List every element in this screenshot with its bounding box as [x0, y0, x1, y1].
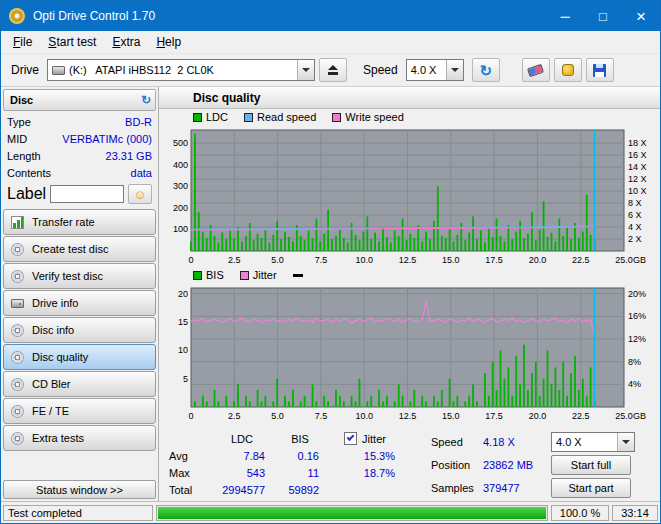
verify-test-disc-icon [11, 270, 24, 283]
fe-te-icon [11, 405, 24, 418]
svg-text:16%: 16% [628, 311, 646, 321]
close-button[interactable]: × [622, 1, 660, 31]
legend-label: LDC [206, 111, 228, 123]
chevron-down-icon[interactable] [617, 433, 634, 451]
refresh-button[interactable]: ↻ [472, 58, 500, 82]
close-icon: × [636, 8, 646, 25]
type-label: Type [7, 115, 31, 130]
rescan-disc-button[interactable]: ↻ [141, 93, 151, 107]
drive-select[interactable]: (K:) ATAPI iHBS112 2 CL0K [47, 59, 315, 81]
svg-text:15: 15 [178, 317, 188, 327]
max-ldc-value: 543 [211, 467, 273, 479]
legend-bis: BIS [193, 269, 224, 281]
legend-ldc: LDC [193, 111, 228, 123]
svg-text:8 X: 8 X [628, 198, 642, 208]
sidebar-item-cd-bler[interactable]: CD Bler [3, 371, 156, 397]
progress-percent: 100.0 % [551, 505, 609, 521]
sidebar-item-verify-test-disc[interactable]: Verify test disc [3, 263, 156, 289]
toolbar: Drive (K:) ATAPI iHBS112 2 CL0K Speed 4.… [1, 53, 660, 87]
sidebar-item-disc-quality[interactable]: Disc quality [3, 344, 156, 370]
length-value: 23.31 GB [106, 149, 152, 164]
svg-text:0: 0 [188, 411, 193, 421]
save-button[interactable] [586, 58, 614, 82]
sidebar-item-extra-tests[interactable]: Extra tests [3, 425, 156, 451]
legend-jitter: Jitter [240, 269, 277, 281]
scan-speed-label: Speed [431, 436, 483, 448]
maximize-button[interactable]: □ [584, 1, 622, 31]
sidebar-item-create-test-disc[interactable]: Create test disc [3, 236, 156, 262]
menu-file[interactable]: File [5, 35, 40, 49]
legend-bis-jitter: BISJitter [159, 267, 660, 283]
menu-extra[interactable]: Extra [104, 35, 148, 49]
content-area: Disc ↻ TypeBD-RMIDVERBATIMc (000)Length2… [1, 87, 660, 501]
svg-text:0: 0 [188, 255, 193, 265]
svg-text:2.5: 2.5 [228, 255, 241, 265]
check-icon [347, 433, 355, 441]
sidebar-item-label: Create test disc [32, 243, 108, 255]
sidebar-item-disc-info[interactable]: Disc info [3, 317, 156, 343]
svg-text:25.0: 25.0 [615, 411, 633, 421]
svg-text:15.0: 15.0 [442, 411, 460, 421]
erase-disc-button[interactable] [522, 58, 550, 82]
svg-text:18 X: 18 X [628, 138, 647, 148]
jitter-column-header: Jitter [327, 432, 403, 445]
speed-select[interactable]: 4.0 X [406, 59, 464, 81]
start-part-button[interactable]: Start part [551, 478, 631, 498]
samples-value: 379477 [483, 482, 551, 494]
type-value: BD-R [125, 115, 152, 130]
sidebar-item-fe-te[interactable]: FE / TE [3, 398, 156, 424]
svg-text:400: 400 [173, 160, 188, 170]
mid-value: VERBATIMc (000) [62, 132, 152, 147]
chevron-down-icon[interactable] [446, 60, 463, 80]
sidebar-item-transfer-rate[interactable]: Transfer rate [3, 209, 156, 235]
disc-quality-icon [11, 351, 24, 364]
menu-start-test[interactable]: Start test [40, 35, 104, 49]
sidebar-item-label: FE / TE [32, 405, 69, 417]
start-full-button[interactable]: Start full [551, 455, 631, 475]
scan-info: Speed 4.18 X 4.0 X Position 23862 MB Sta… [431, 430, 637, 501]
sidebar-item-drive-info[interactable]: Drive info [3, 290, 156, 316]
legend-ldc-speed: LDCRead speedWrite speed [159, 109, 660, 125]
quality-speed-select[interactable]: 4.0 X [551, 432, 635, 452]
svg-text:5.0: 5.0 [271, 255, 284, 265]
disc-panel-header: Disc ↻ [3, 89, 156, 111]
legend-label: Jitter [253, 269, 277, 281]
disc-info-fields: TypeBD-RMIDVERBATIMc (000)Length23.31 GB… [3, 114, 156, 182]
speed-label: Speed [363, 63, 398, 77]
svg-text:7.5: 7.5 [315, 255, 328, 265]
write-speed-swatch-icon [332, 113, 341, 122]
svg-text:17.5: 17.5 [485, 411, 503, 421]
sidebar-buttons: Transfer rateCreate test discVerify test… [3, 209, 156, 452]
eraser-icon [527, 63, 544, 76]
statusbar: Test completed 100.0 % 33:14 [1, 501, 660, 523]
svg-text:12.5: 12.5 [399, 255, 417, 265]
avg-ldc-value: 7.84 [211, 450, 273, 462]
toolbar-actions [522, 58, 618, 82]
chevron-down-icon[interactable] [297, 60, 314, 80]
status-window-button[interactable]: Status window >> [3, 480, 156, 499]
smiley-button[interactable]: ☺ [128, 184, 152, 204]
drive-icon [52, 66, 65, 75]
drive-info-icon [11, 299, 24, 308]
app-icon [9, 8, 25, 24]
svg-text:10.0: 10.0 [355, 411, 373, 421]
legend-label: Read speed [257, 111, 316, 123]
jitter-checkbox[interactable] [344, 432, 357, 445]
submit-results-button[interactable] [554, 58, 582, 82]
drive-label: Drive [11, 63, 39, 77]
sidebar-item-label: Drive info [32, 297, 78, 309]
menu-help[interactable]: Help [148, 35, 189, 49]
svg-text:5: 5 [183, 374, 188, 384]
chart-ldc-speed: 1002003004005002 X4 X6 X8 X10 X12 X14 X1… [161, 125, 660, 267]
eject-button[interactable] [319, 58, 347, 82]
maximize-icon: □ [599, 10, 607, 23]
disc-label-input[interactable] [50, 185, 124, 203]
svg-text:200: 200 [173, 203, 188, 213]
svg-text:GB: GB [633, 255, 646, 265]
sidebar-item-label: Disc info [32, 324, 74, 336]
svg-text:20.0: 20.0 [529, 411, 547, 421]
progress-bar [156, 505, 548, 521]
svg-text:2.5: 2.5 [228, 411, 241, 421]
minimize-button[interactable]: ─ [546, 1, 584, 31]
elapsed-time: 33:14 [612, 505, 658, 521]
